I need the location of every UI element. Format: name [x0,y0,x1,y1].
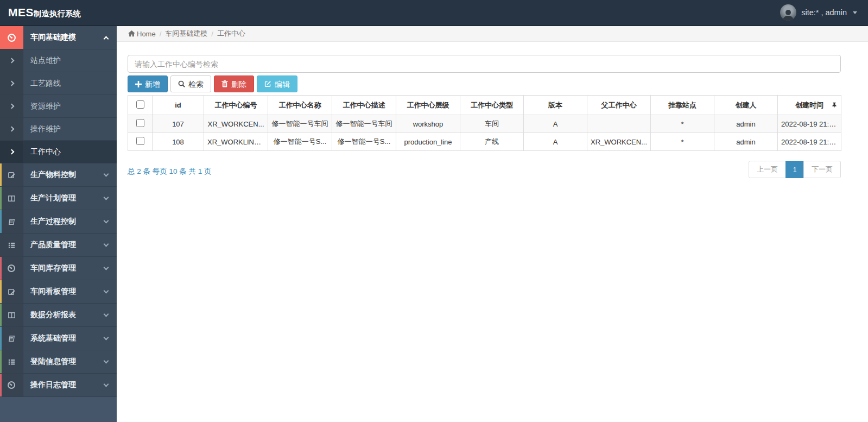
user-menu[interactable]: site:* , admin [780,4,868,21]
delete-button-label: 删除 [231,80,246,88]
sidebar-group-label: 操作日志管理 [23,374,104,396]
search-button[interactable]: 检索 [170,75,211,92]
gauge-icon [0,257,23,280]
cell-type: 车间 [460,115,524,133]
header-code: 工作中心编号 [204,96,268,115]
select-all-checkbox[interactable] [136,100,144,109]
row-checkbox[interactable] [136,119,144,127]
sidebar-group-label: 车间基础建模 [23,26,104,49]
cell-level: production_line [396,133,460,151]
edit-button-label: 编辑 [275,80,290,88]
logo-mes-text: MES [8,6,34,19]
next-page-button[interactable]: 下一页 [803,161,841,178]
topbar: MES制造执行系统 site:* , admin [0,0,868,26]
table-row[interactable]: 107 XR_WORKCEN... 修一智能一号车间 修一智能一号车间 work… [128,115,841,133]
search-button-label: 检索 [188,80,204,88]
prev-page-button[interactable]: 上一页 [749,161,786,178]
header-created: 创建时间 [778,96,841,115]
sidebar-group-label: 车间看板管理 [23,280,104,303]
sidebar-item-label: 资源维护 [23,95,117,117]
main-content: Home / 车间基础建模 / 工作中心 新增 检索 删除 [117,26,868,422]
avatar [780,4,796,21]
chevron-down-icon [104,210,117,233]
cell-station: * [651,115,714,133]
breadcrumb-home[interactable]: Home [128,30,156,38]
chevron-down-icon [104,234,117,256]
sidebar-group-label: 登陆信息管理 [23,350,104,373]
header-checkbox-cell [128,96,153,115]
header-creator: 创建人 [714,96,778,115]
book-icon [0,327,23,350]
cell-creator: admin [714,133,778,151]
chevron-right-icon [0,118,23,140]
table-row[interactable]: 108 XR_WORKLINE... 修一智能一号S... 修一智能一号S...… [128,133,841,151]
chevron-down-icon [104,304,117,326]
chevron-down-icon [104,374,117,396]
cell-id: 107 [153,115,204,133]
edit-icon [264,80,271,87]
trash-icon [221,80,228,87]
chevron-down-icon [104,327,117,350]
sidebar-group-workshop-modeling[interactable]: 车间基础建模 [0,26,117,49]
pin-icon[interactable] [832,102,837,108]
cell-desc: 修一智能一号车间 [332,115,396,133]
row-checkbox-cell [128,115,153,133]
breadcrumb-level2[interactable]: 车间基础建模 [165,29,207,39]
cell-station: * [651,133,714,151]
table-footer: 总 2 条 每页 10 条 共 1 页 上一页 1 下一页 [128,161,841,178]
sidebar-item-operation-maintenance[interactable]: 操作维护 [0,118,117,141]
caret-down-icon [853,11,857,14]
search-icon [178,80,185,87]
sidebar-group-operation-log[interactable]: 操作日志管理 [0,374,117,397]
sidebar-group-plan-management[interactable]: 生产计划管理 [0,187,117,210]
sidebar-group-system-management[interactable]: 系统基础管理 [0,327,117,350]
cell-creator: admin [714,115,778,133]
sidebar-group-quality-management[interactable]: 产品质量管理 [0,234,117,257]
plus-icon [135,81,142,87]
add-button[interactable]: 新增 [128,75,168,92]
sidebar-group-data-analysis[interactable]: 数据分析报表 [0,304,117,327]
sidebar-group-label: 数据分析报表 [23,304,104,326]
app-logo: MES制造执行系统 [0,6,117,19]
list-icon [0,234,23,256]
work-center-page: 新增 检索 删除 编辑 [117,42,868,178]
sidebar-group-inventory-management[interactable]: 车间库存管理 [0,257,117,280]
header-station: 挂靠站点 [651,96,714,115]
chevron-right-icon [0,95,23,117]
delete-button[interactable]: 删除 [214,75,254,92]
gauge-icon [0,26,23,49]
edit-button[interactable]: 编辑 [257,75,297,92]
sidebar-item-resource-maintenance[interactable]: 资源维护 [0,95,117,118]
chevron-up-icon [104,26,117,49]
sidebar-group-login-info[interactable]: 登陆信息管理 [0,350,117,374]
header-name: 工作中心名称 [268,96,332,115]
user-label: site:* , admin [801,8,847,17]
record-summary: 总 2 条 每页 10 条 共 1 页 [128,167,212,177]
sidebar: 车间基础建模 站点维护 工艺路线 资源维护 操作维护 工作中心 生产物料控 [0,26,117,422]
mes-app-window: MES制造执行系统 site:* , admin 车间基础建模 站点维护 [0,0,868,422]
edit-icon [0,163,23,186]
chevron-down-icon [104,257,117,280]
cell-parent: XR_WORKCEN... [587,133,651,151]
sidebar-item-station-maintenance[interactable]: 站点维护 [0,49,117,72]
cell-code: XR_WORKCEN... [204,115,268,133]
search-input[interactable] [128,55,841,73]
sidebar-group-label: 生产计划管理 [23,187,104,210]
header-id: id [153,96,204,115]
chevron-right-icon [0,141,23,163]
header-type: 工作中心类型 [460,96,524,115]
page-1-button[interactable]: 1 [785,161,804,178]
sidebar-item-label: 站点维护 [23,49,117,72]
cell-desc: 修一智能一号S... [332,133,396,151]
sidebar-item-process-route[interactable]: 工艺路线 [0,72,117,95]
cell-level: workshop [396,115,460,133]
logo-subtitle-text: 制造执行系统 [34,9,81,19]
sidebar-group-kanban-management[interactable]: 车间看板管理 [0,280,117,304]
sidebar-group-process-control[interactable]: 生产过程控制 [0,210,117,234]
table-header-row: id 工作中心编号 工作中心名称 工作中心描述 工作中心层级 工作中心类型 版本… [128,96,841,115]
row-checkbox[interactable] [136,137,144,145]
chevron-right-icon [0,72,23,95]
sidebar-item-work-center[interactable]: 工作中心 [0,141,117,163]
columns-icon [0,187,23,210]
sidebar-group-material-control[interactable]: 生产物料控制 [0,163,117,187]
